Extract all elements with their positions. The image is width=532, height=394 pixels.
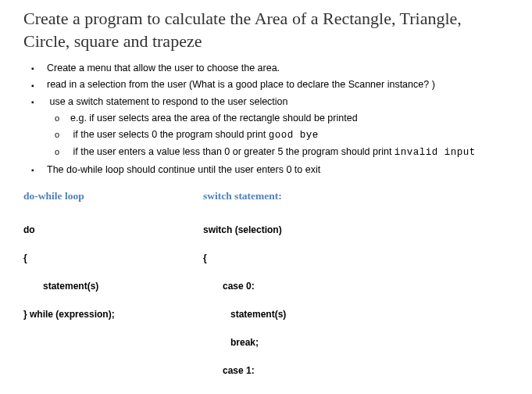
switch-column: switch statement: switch (selection) { c… [203,190,375,394]
subbullet-invalid-text: if the user enters a value less than 0 o… [73,146,394,157]
subbullet-zero: if the user selects 0 the program should… [70,127,509,144]
bullet-switch-text: use a switch statement to respond to the… [49,96,287,107]
instructions-list: Create a menu that allow the user to cho… [23,60,509,178]
switch-line-open: { [203,251,375,265]
switch-line-case0: case 0: [203,279,375,293]
dowhile-line-stmt: statement(s) [23,279,141,293]
subbullet-example: e.g. if user selects area the area of th… [70,110,509,127]
switch-line-stmt0: statement(s) [203,307,375,321]
code-goodbye: good bye [269,130,319,141]
switch-code: switch (selection) { case 0: statement(s… [203,209,375,394]
bullet-menu: Create a menu that allow the user to cho… [47,60,509,77]
dowhile-code: do { statement(s) } while (expression); [23,209,141,349]
bullet-read-selection: read in a selection from the user (What … [47,77,509,93]
subbullet-zero-text: if the user selects 0 the program should… [73,129,268,140]
subbullet-invalid: if the user enters a value less than 0 o… [70,144,509,161]
switch-line-case1: case 1: [203,364,375,378]
dowhile-line-do: do [23,223,141,237]
code-columns: do-while loop do { statement(s) } while … [23,190,509,394]
switch-line-break0: break; [203,335,375,349]
switch-sublist: e.g. if user selects area the area of th… [47,110,509,162]
switch-heading: switch statement: [203,190,375,202]
code-invalid: invalid input [395,147,476,158]
page-title: Create a program to calculate the Area o… [23,8,509,52]
dowhile-line-open: { [23,251,141,265]
bullet-dowhile: The do-while loop should continue until … [47,162,509,178]
switch-line-switch: switch (selection) [203,223,375,237]
dowhile-column: do-while loop do { statement(s) } while … [23,190,141,394]
dowhile-line-while: } while (expression); [23,307,141,321]
dowhile-heading: do-while loop [23,190,141,202]
bullet-switch: use a switch statement to respond to the… [47,94,509,162]
